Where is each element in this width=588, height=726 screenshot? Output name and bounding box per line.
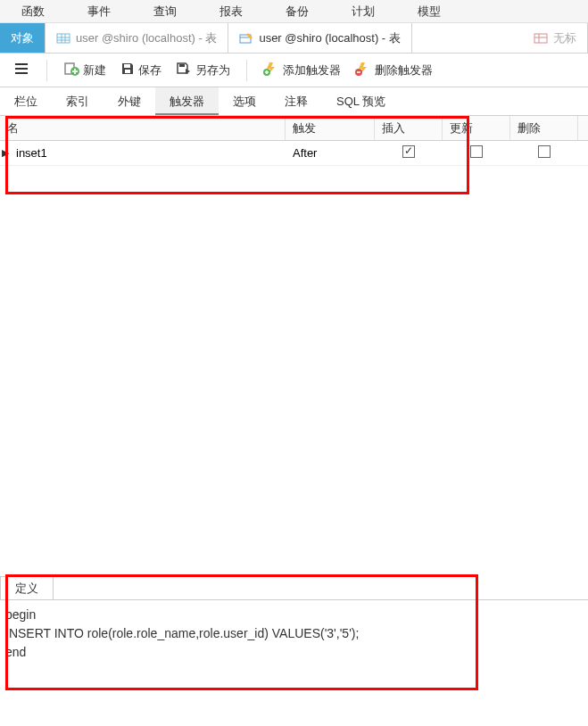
button-label: 另存为 xyxy=(195,62,230,78)
tab-label: user @shiro (localhost) - 表 xyxy=(259,30,400,46)
cell-name[interactable]: ▶ inset1 xyxy=(0,143,286,163)
th-name[interactable]: 名 xyxy=(0,116,286,140)
th-update[interactable]: 更新 xyxy=(443,116,510,140)
save-as-icon xyxy=(176,62,192,78)
svg-rect-0 xyxy=(57,34,70,43)
top-menu: 函数 事件 查询 报表 备份 计划 模型 xyxy=(0,0,588,23)
save-as-button[interactable]: 另存为 xyxy=(170,58,236,82)
add-trigger-icon xyxy=(263,62,279,78)
delete-trigger-icon xyxy=(355,62,371,78)
subtab-index[interactable]: 索引 xyxy=(52,87,104,115)
th-delete[interactable]: 删除 xyxy=(510,116,578,140)
checkbox-update[interactable] xyxy=(470,145,483,158)
save-button[interactable]: 保存 xyxy=(115,58,167,82)
svg-rect-17 xyxy=(124,64,130,68)
definition-code[interactable]: begin INSERT INTO role(role.role_name,ro… xyxy=(0,599,588,667)
button-label: 新建 xyxy=(83,62,106,78)
menu-event[interactable]: 事件 xyxy=(66,0,132,22)
button-label: 保存 xyxy=(138,62,161,78)
button-label: 添加触发器 xyxy=(283,62,341,78)
tab-label: user @shiro (localhost) - 表 xyxy=(76,30,217,46)
cell-trigger[interactable]: After xyxy=(286,143,375,163)
delete-trigger-button[interactable]: 删除触发器 xyxy=(350,58,438,82)
hamburger-menu[interactable] xyxy=(7,59,36,81)
menu-plan[interactable]: 计划 xyxy=(330,0,396,22)
save-icon xyxy=(120,62,135,78)
row-marker-icon: ▶ xyxy=(2,147,9,159)
cell-insert[interactable] xyxy=(375,142,443,164)
separator xyxy=(246,60,247,81)
subtab-comment[interactable]: 注释 xyxy=(270,87,322,115)
cell-update[interactable] xyxy=(443,142,510,164)
table-header: 名 触发 插入 更新 删除 xyxy=(0,116,588,141)
new-button[interactable]: 新建 xyxy=(58,58,112,82)
toolbar: 新建 保存 另存为 添加触发器 删除触发器 xyxy=(0,54,588,87)
subtab-options[interactable]: 选项 xyxy=(219,87,270,115)
checkbox-delete[interactable] xyxy=(538,145,551,158)
table-icon xyxy=(534,32,548,45)
svg-rect-19 xyxy=(179,64,185,67)
add-trigger-button[interactable]: 添加触发器 xyxy=(258,58,346,82)
svg-rect-18 xyxy=(125,70,130,73)
table-row[interactable]: ▶ inset1 After xyxy=(0,141,588,166)
subtab-sql-preview[interactable]: SQL 预览 xyxy=(322,87,400,115)
menu-backup[interactable]: 备份 xyxy=(264,0,330,22)
th-insert[interactable]: 插入 xyxy=(375,116,443,140)
table-icon xyxy=(56,32,70,45)
subtab-fk[interactable]: 外键 xyxy=(104,87,155,115)
definition-section: 定义 begin INSERT INTO role(role.role_name… xyxy=(0,576,588,667)
menu-model[interactable]: 模型 xyxy=(396,0,462,22)
tab-label: 无标 xyxy=(553,30,576,46)
th-trigger[interactable]: 触发 xyxy=(286,116,375,140)
svg-rect-7 xyxy=(534,34,547,43)
tab-untitled[interactable]: 无标 xyxy=(523,23,588,53)
subtab-columns[interactable]: 栏位 xyxy=(0,87,52,115)
tab-user-1[interactable]: user @shiro (localhost) - 表 xyxy=(46,23,228,53)
tab-objects[interactable]: 对象 xyxy=(0,23,46,53)
separator xyxy=(46,60,47,81)
subtab-triggers[interactable]: 触发器 xyxy=(155,87,219,115)
menu-report[interactable]: 报表 xyxy=(198,0,264,22)
menu-func[interactable]: 函数 xyxy=(0,0,66,22)
triggers-table: 名 触发 插入 更新 删除 ▶ inset1 After xyxy=(0,116,588,166)
tab-label: 对象 xyxy=(11,30,34,46)
definition-tab[interactable]: 定义 xyxy=(0,576,54,599)
cell-value: inset1 xyxy=(16,146,47,160)
menu-query[interactable]: 查询 xyxy=(132,0,198,22)
design-table-icon xyxy=(239,32,253,45)
empty-grid-space xyxy=(0,166,588,576)
tab-user-2[interactable]: user @shiro (localhost) - 表 xyxy=(228,23,411,53)
cell-delete[interactable] xyxy=(510,142,578,164)
tabs-bar: 对象 user @shiro (localhost) - 表 user @shi… xyxy=(0,23,588,54)
new-icon xyxy=(63,62,79,78)
checkbox-insert[interactable] xyxy=(402,145,415,158)
button-label: 删除触发器 xyxy=(375,62,433,78)
sub-tabs: 栏位 索引 外键 触发器 选项 注释 SQL 预览 xyxy=(0,87,588,116)
